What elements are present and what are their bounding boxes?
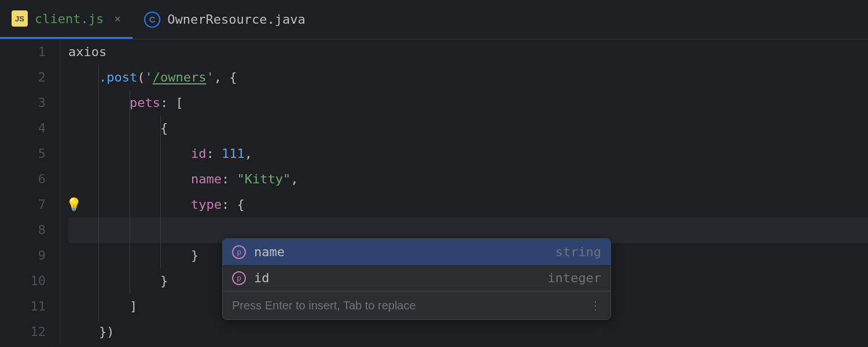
- editor-tabs: JS client.js × C OwnerResource.java: [0, 0, 868, 39]
- completion-type: string: [556, 245, 601, 259]
- js-file-icon: JS: [12, 10, 28, 27]
- line-number: 1: [0, 39, 46, 65]
- line-number: 3: [0, 90, 46, 116]
- code-line: type: {: [68, 192, 868, 217]
- completion-item-name[interactable]: p name string: [223, 239, 610, 265]
- line-number: 12: [0, 319, 46, 345]
- code-line: }): [68, 319, 868, 345]
- code-line: {: [68, 116, 868, 141]
- tab-label: client.js: [35, 12, 104, 26]
- completion-popup: p name string p id integer Press Enter t…: [222, 238, 611, 320]
- code-line: id: 111,: [68, 141, 868, 167]
- completion-label: id: [254, 271, 539, 285]
- indent-guide: [98, 65, 99, 322]
- line-number: 9: [0, 243, 46, 268]
- line-number: 10: [0, 268, 46, 294]
- line-number: 8: [0, 217, 46, 243]
- line-gutter: 1 2 3 4 5 6 7 8 9 10 11 12 💡: [0, 39, 60, 345]
- line-number: 2: [0, 65, 46, 90]
- completion-label: name: [254, 245, 547, 259]
- close-icon[interactable]: ×: [114, 12, 121, 25]
- line-number: 6: [0, 167, 46, 192]
- code-line: .post('/owners', {: [68, 65, 868, 90]
- code-line: pets: [: [68, 90, 868, 116]
- indent-guide: [130, 90, 130, 294]
- line-number: 4: [0, 116, 46, 141]
- property-icon: p: [232, 245, 246, 259]
- property-icon: p: [232, 271, 246, 285]
- completion-hint: Press Enter to insert, Tab to replace ⋮: [223, 291, 610, 319]
- tab-owner-resource-java[interactable]: C OwnerResource.java: [133, 0, 317, 39]
- java-class-icon: C: [144, 12, 160, 28]
- completion-item-id[interactable]: p id integer: [223, 265, 610, 291]
- tab-label: OwnerResource.java: [167, 12, 305, 27]
- line-number: 11: [0, 294, 46, 319]
- code-line: name: "Kitty",: [68, 167, 868, 192]
- line-number: 7: [0, 192, 46, 217]
- code-line: axios: [68, 39, 868, 65]
- tab-client-js[interactable]: JS client.js ×: [0, 0, 133, 39]
- more-icon[interactable]: ⋮: [590, 298, 601, 312]
- code-editor[interactable]: 1 2 3 4 5 6 7 8 9 10 11 12 💡 axios .post…: [0, 39, 868, 345]
- completion-type: integer: [547, 271, 601, 285]
- line-number: 5: [0, 141, 46, 167]
- indent-guide: [160, 116, 161, 268]
- hint-text: Press Enter to insert, Tab to replace: [232, 299, 416, 312]
